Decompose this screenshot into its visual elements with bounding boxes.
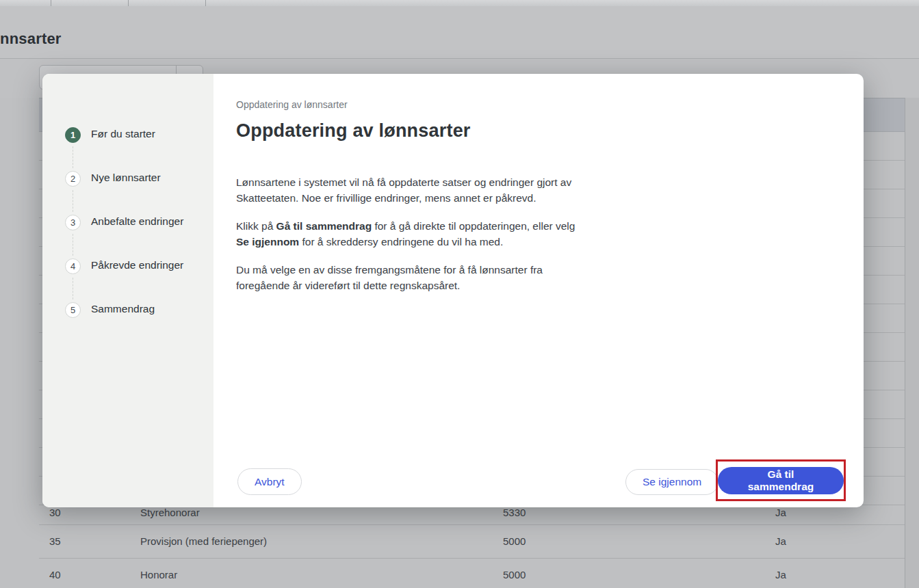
instruction-paragraph: Klikk på Gå til sammendrag for å gå dire…	[236, 219, 619, 250]
cancel-button[interactable]: Avbryt	[237, 468, 302, 495]
row-account: 5000	[503, 525, 526, 558]
column-divider-tick	[51, 0, 51, 6]
dialog-eyebrow: Oppdatering av lønnsarter	[236, 99, 348, 110]
column-divider-tick	[205, 0, 206, 6]
table-row[interactable]: 40 Honorar 5000 Ja	[39, 559, 905, 588]
row-name: Honorar	[140, 559, 177, 588]
row-name: Provisjon (med feriepenger)	[140, 525, 267, 558]
wizard-step-3[interactable]: 3 Anbefalte endringer	[42, 215, 213, 230]
row-active: Ja	[775, 559, 786, 588]
update-wizard-dialog: 1 Før du starter 2 Nye lønnsarter 3 Anbe…	[42, 74, 864, 507]
intro-paragraph: Lønnsartene i systemet vil nå få oppdate…	[236, 175, 619, 206]
row-code: 35	[49, 525, 61, 558]
step-number-badge: 5	[65, 302, 81, 318]
column-divider-tick	[128, 0, 129, 6]
dialog-title: Oppdatering av lønnsarter	[236, 120, 471, 142]
step-number-badge: 3	[65, 215, 81, 230]
requirement-paragraph: Du må velge en av disse fremgangsmåtene …	[236, 263, 619, 293]
wizard-step-1[interactable]: 1 Før du starter	[42, 127, 213, 143]
row-code: 30	[49, 509, 61, 525]
step-label: Anbefalte endringer	[91, 215, 183, 228]
step-label: Før du starter	[91, 128, 155, 140]
wizard-step-4[interactable]: 4 Påkrevde endringer	[42, 258, 213, 274]
go-to-summary-button[interactable]: Gå til sammendrag	[718, 467, 844, 494]
step-connector-line	[73, 278, 73, 299]
wizard-steps-panel: 1 Før du starter 2 Nye lønnsarter 3 Anbe…	[42, 74, 213, 507]
step-connector-line	[73, 146, 73, 168]
table-right-gutter	[905, 98, 919, 588]
step-number-badge: 2	[65, 171, 81, 187]
step-number-badge: 4	[65, 258, 81, 274]
row-name: Styrehonorar	[140, 509, 200, 525]
top-edge-strip	[0, 0, 919, 6]
step-label: Påkrevde endringer	[91, 259, 183, 271]
row-account: 5330	[503, 509, 526, 525]
step-number-badge: 1	[65, 127, 81, 143]
step-label: Sammendrag	[91, 303, 155, 315]
table-row[interactable]: 30 Styrehonorar 5330 Ja	[39, 509, 905, 525]
wizard-step-2[interactable]: 2 Nye lønnsarter	[42, 171, 213, 187]
row-active: Ja	[775, 525, 786, 558]
review-button[interactable]: Se igjennom	[625, 469, 719, 495]
step-connector-line	[73, 190, 73, 212]
table-row[interactable]: 35 Provisjon (med feriepenger) 5000 Ja	[39, 525, 905, 559]
row-active: Ja	[775, 509, 786, 525]
row-code: 40	[49, 559, 61, 588]
row-account: 5000	[503, 559, 526, 588]
wizard-step-5[interactable]: 5 Sammendrag	[42, 302, 213, 318]
step-label: Nye lønnsarter	[91, 172, 161, 184]
annotation-highlight-box: Gå til sammendrag	[716, 459, 846, 501]
page-header: nnsarter	[0, 6, 919, 59]
step-connector-line	[73, 234, 73, 256]
page-title: nnsarter	[0, 30, 62, 48]
